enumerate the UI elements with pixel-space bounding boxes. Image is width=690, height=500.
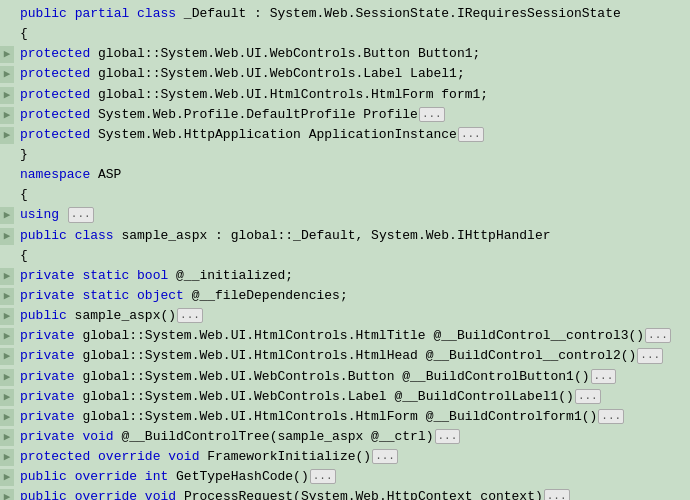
code-content: private global::System.Web.UI.HtmlContro… (20, 407, 624, 427)
gutter-marker: ▶ (0, 228, 14, 245)
gutter-marker: ▶ (0, 409, 14, 426)
gutter-marker: ▶ (0, 46, 14, 63)
gutter-marker: ▶ (0, 308, 14, 325)
operator: :: (277, 228, 293, 243)
keyword: void (168, 449, 199, 464)
code-content: private static object @__fileDependencie… (20, 286, 348, 306)
code-line: } (0, 145, 690, 165)
ellipsis-indicator: ... (68, 207, 94, 222)
ellipsis-indicator: ... (544, 489, 570, 500)
keyword: private (20, 409, 75, 424)
code-line: ▶ private global::System.Web.UI.WebContr… (0, 387, 690, 407)
code-line: ▶ public override void ProcessRequest(Sy… (0, 487, 690, 500)
keyword: void (82, 429, 113, 444)
gutter-marker: ▶ (0, 389, 14, 406)
code-content: { (20, 185, 28, 205)
operator: :: (145, 87, 161, 102)
keyword: class (137, 6, 176, 21)
gutter-marker: ▶ (0, 107, 14, 124)
code-content: protected System.Web.HttpApplication App… (20, 125, 484, 145)
keyword: private (20, 348, 75, 363)
code-line: ▶ protected global::System.Web.UI.WebCon… (0, 44, 690, 64)
operator: :: (129, 409, 145, 424)
code-line: ▶ private global::System.Web.UI.WebContr… (0, 367, 690, 387)
code-content: protected global::System.Web.UI.WebContr… (20, 44, 480, 64)
gutter-marker: ▶ (0, 328, 14, 345)
gutter-marker: ▶ (0, 288, 14, 305)
operator: :: (129, 348, 145, 363)
code-content: public override void ProcessRequest(Syst… (20, 487, 570, 500)
keyword: private (20, 389, 75, 404)
code-content: protected System.Web.Profile.DefaultProf… (20, 105, 445, 125)
ellipsis-indicator: ... (575, 389, 601, 404)
keyword: override (75, 489, 137, 500)
keyword: static (82, 268, 129, 283)
code-content: private static bool @__initialized; (20, 266, 293, 286)
keyword: namespace (20, 167, 90, 182)
code-line: ▶ private global::System.Web.UI.HtmlCont… (0, 326, 690, 346)
code-line: ▶ protected global::System.Web.UI.HtmlCo… (0, 85, 690, 105)
code-content: private global::System.Web.UI.WebControl… (20, 387, 601, 407)
code-editor: public partial class _Default : System.W… (0, 0, 690, 500)
keyword: object (137, 288, 184, 303)
gutter-marker: ▶ (0, 449, 14, 466)
keyword: protected (20, 449, 90, 464)
operator: :: (129, 328, 145, 343)
code-content: public class sample_aspx : global::_Defa… (20, 226, 551, 246)
code-line: ▶ private global::System.Web.UI.HtmlCont… (0, 407, 690, 427)
keyword: protected (20, 107, 90, 122)
code-line: { (0, 246, 690, 266)
gutter-marker: ▶ (0, 489, 14, 500)
operator: :: (129, 369, 145, 384)
code-line: ▶ public override int GetTypeHashCode().… (0, 467, 690, 487)
keyword: public (20, 489, 67, 500)
ellipsis-indicator: ... (435, 429, 461, 444)
code-content: using ... (20, 205, 94, 225)
keyword: int (145, 469, 168, 484)
ellipsis-indicator: ... (591, 369, 617, 384)
code-content: private void @__BuildControlTree(sample_… (20, 427, 460, 447)
code-line: ▶ using ... (0, 205, 690, 225)
operator: :: (129, 389, 145, 404)
gutter-marker: ▶ (0, 66, 14, 83)
keyword: private (20, 328, 75, 343)
keyword: static (82, 288, 129, 303)
code-line: ▶ private static bool @__initialized; (0, 266, 690, 286)
code-content: public partial class _Default : System.W… (20, 4, 621, 24)
code-line: ▶ public sample_aspx()... (0, 306, 690, 326)
gutter-marker: ▶ (0, 127, 14, 144)
keyword: public (20, 469, 67, 484)
ellipsis-indicator: ... (177, 308, 203, 323)
code-line: ▶ public class sample_aspx : global::_De… (0, 226, 690, 246)
code-content: private global::System.Web.UI.WebControl… (20, 367, 616, 387)
keyword: protected (20, 46, 90, 61)
gutter-marker: ▶ (0, 87, 14, 104)
code-line: namespace ASP (0, 165, 690, 185)
code-content: public sample_aspx()... (20, 306, 203, 326)
gutter-marker: ▶ (0, 348, 14, 365)
code-content: public override int GetTypeHashCode()... (20, 467, 336, 487)
keyword: protected (20, 66, 90, 81)
operator: :: (145, 66, 161, 81)
gutter-marker: ▶ (0, 469, 14, 486)
code-line: ▶ private void @__BuildControlTree(sampl… (0, 427, 690, 447)
code-line: ▶ protected System.Web.Profile.DefaultPr… (0, 105, 690, 125)
code-content: protected global::System.Web.UI.HtmlCont… (20, 85, 488, 105)
keyword: using (20, 207, 59, 222)
keyword: bool (137, 268, 168, 283)
keyword: class (75, 228, 114, 243)
keyword: protected (20, 127, 90, 142)
code-content: private global::System.Web.UI.HtmlContro… (20, 346, 663, 366)
code-line: ▶ protected override void FrameworkIniti… (0, 447, 690, 467)
keyword: partial (75, 6, 130, 21)
ellipsis-indicator: ... (458, 127, 484, 142)
keyword: private (20, 288, 75, 303)
keyword: private (20, 268, 75, 283)
code-content: { (20, 24, 28, 44)
code-line: ▶ private static object @__fileDependenc… (0, 286, 690, 306)
code-line: { (0, 24, 690, 44)
ellipsis-indicator: ... (372, 449, 398, 464)
keyword: public (20, 6, 67, 21)
keyword: protected (20, 87, 90, 102)
ellipsis-indicator: ... (419, 107, 445, 122)
